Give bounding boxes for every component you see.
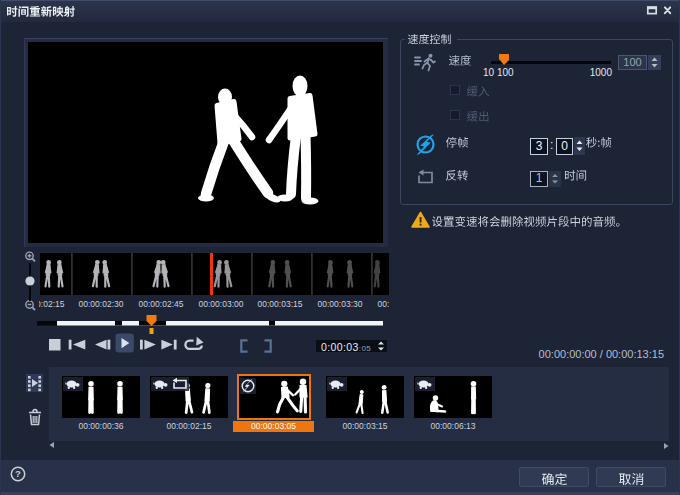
svg-text:?: ? bbox=[15, 468, 21, 479]
